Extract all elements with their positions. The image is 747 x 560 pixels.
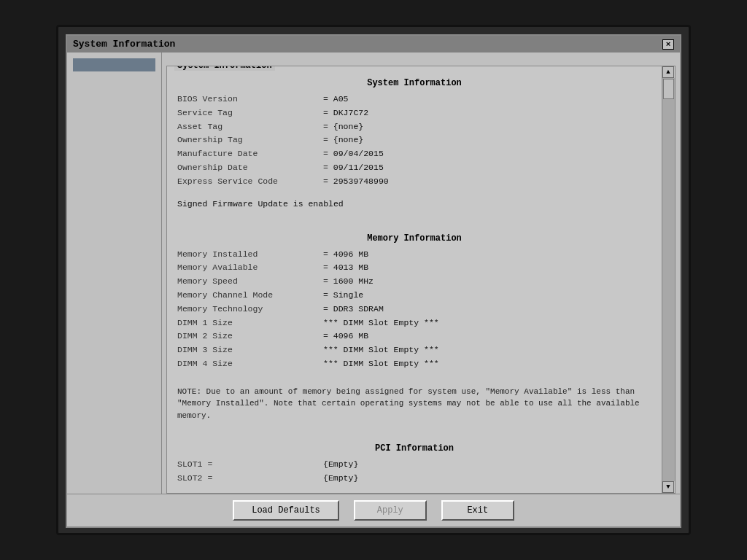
field-label: DIMM 3 Size xyxy=(177,343,323,357)
load-defaults-button[interactable]: Load Defaults xyxy=(233,500,339,521)
field-label: Memory Channel Mode xyxy=(177,289,323,302)
scroll-thumb[interactable] xyxy=(663,79,674,99)
scroll-track xyxy=(662,78,675,481)
field-value: = DKJ7C72 xyxy=(323,106,368,120)
field-label: Memory Available xyxy=(177,261,323,274)
field-label: Ownership Date xyxy=(177,161,323,174)
memory-fields: Memory Installed= 4096 MBMemory Availabl… xyxy=(177,248,651,370)
monitor-frame: System Information × System Information … xyxy=(56,25,691,535)
firmware-note: Signed Firmware Update is enabled xyxy=(177,198,344,211)
field-value: {Empty} xyxy=(323,458,358,471)
sidebar-item-1[interactable] xyxy=(73,58,155,71)
bottom-buttons: Load Defaults Apply Exit xyxy=(67,494,680,526)
field-value: = 1600 MHz xyxy=(323,275,374,288)
left-sidebar xyxy=(67,52,162,494)
field-label: BIOS Version xyxy=(177,93,323,106)
firmware-note-row: Signed Firmware Update is enabled xyxy=(177,198,651,211)
system-field-row: BIOS Version= A05 xyxy=(177,93,651,106)
system-field-row: Service Tag= DKJ7C72 xyxy=(177,106,651,120)
field-value: = 4013 MB xyxy=(323,261,368,274)
field-label: Memory Speed xyxy=(177,275,323,288)
system-fields: BIOS Version= A05Service Tag= DKJ7C72Ass… xyxy=(177,93,651,188)
pci-fields: SLOT1 ={Empty}SLOT2 ={Empty} xyxy=(177,458,651,485)
memory-field-row: DIMM 3 Size*** DIMM Slot Empty *** xyxy=(177,343,651,357)
field-value: = 4096 MB xyxy=(323,330,368,343)
memory-field-row: Memory Technology= DDR3 SDRAM xyxy=(177,303,651,316)
field-value: = DDR3 SDRAM xyxy=(323,303,384,316)
field-value: = 29539748990 xyxy=(323,175,389,188)
pci-field-row: SLOT2 ={Empty} xyxy=(177,472,651,485)
field-label: DIMM 2 Size xyxy=(177,330,323,343)
memory-field-row: Memory Available= 4013 MB xyxy=(177,261,651,274)
memory-info-header: Memory Information xyxy=(177,233,651,244)
field-label: Service Tag xyxy=(177,106,323,120)
memory-field-row: DIMM 1 Size*** DIMM Slot Empty *** xyxy=(177,316,651,330)
info-panel: System Information BIOS Version= A05Serv… xyxy=(167,66,662,493)
apply-button[interactable]: Apply xyxy=(354,500,427,521)
field-label: Memory Technology xyxy=(177,303,323,316)
memory-field-row: Memory Channel Mode= Single xyxy=(177,289,651,302)
system-field-row: Ownership Tag= {none} xyxy=(177,133,651,147)
field-value: = {none} xyxy=(323,133,363,147)
system-field-row: Asset Tag= {none} xyxy=(177,120,651,133)
field-value: = Single xyxy=(323,289,363,302)
system-field-row: Manufacture Date= 09/04/2015 xyxy=(177,147,651,160)
field-value: *** DIMM Slot Empty *** xyxy=(323,316,439,330)
group-box-title: System Information xyxy=(174,66,275,71)
field-value: = 09/04/2015 xyxy=(323,147,384,160)
field-label: Express Service Code xyxy=(177,175,323,188)
pci-info-header: PCI Information xyxy=(177,443,651,454)
field-label: Asset Tag xyxy=(177,120,323,133)
field-label: Manufacture Date xyxy=(177,147,323,160)
memory-note: NOTE: Due to an amount of memory being a… xyxy=(177,386,651,422)
field-label: Ownership Tag xyxy=(177,133,323,147)
system-field-row: Express Service Code= 29539748990 xyxy=(177,175,651,188)
field-value: *** DIMM Slot Empty *** xyxy=(323,343,439,357)
main-area: System Information System Information BI… xyxy=(67,52,680,494)
system-info-header: System Information xyxy=(177,78,651,88)
memory-field-row: DIMM 4 Size*** DIMM Slot Empty *** xyxy=(177,357,651,370)
close-button[interactable]: × xyxy=(662,39,674,50)
scrollbar[interactable]: ▲ ▼ xyxy=(662,66,675,493)
system-field-row: Ownership Date= 09/11/2015 xyxy=(177,161,651,174)
field-value: = 09/11/2015 xyxy=(323,161,384,174)
field-label: DIMM 4 Size xyxy=(177,357,323,370)
field-label: SLOT2 = xyxy=(177,472,323,485)
exit-button[interactable]: Exit xyxy=(441,500,514,521)
title-bar: System Information × xyxy=(67,36,680,52)
memory-field-row: DIMM 2 Size= 4096 MB xyxy=(177,330,651,343)
memory-field-row: Memory Installed= 4096 MB xyxy=(177,248,651,261)
bios-window: System Information × System Information … xyxy=(66,34,681,528)
field-label: Memory Installed xyxy=(177,248,323,261)
field-label: DIMM 1 Size xyxy=(177,316,323,330)
window-title: System Information xyxy=(73,39,175,50)
pci-field-row: SLOT1 ={Empty} xyxy=(177,458,651,471)
scroll-down-button[interactable]: ▼ xyxy=(662,481,674,493)
field-value: = A05 xyxy=(323,93,349,106)
field-value: = {none} xyxy=(323,120,363,133)
field-value: *** DIMM Slot Empty *** xyxy=(323,357,439,370)
field-label: SLOT1 = xyxy=(177,458,323,471)
scroll-up-button[interactable]: ▲ xyxy=(662,66,674,78)
field-value: = 4096 MB xyxy=(323,248,368,261)
memory-field-row: Memory Speed= 1600 MHz xyxy=(177,275,651,288)
field-value: {Empty} xyxy=(323,472,358,485)
